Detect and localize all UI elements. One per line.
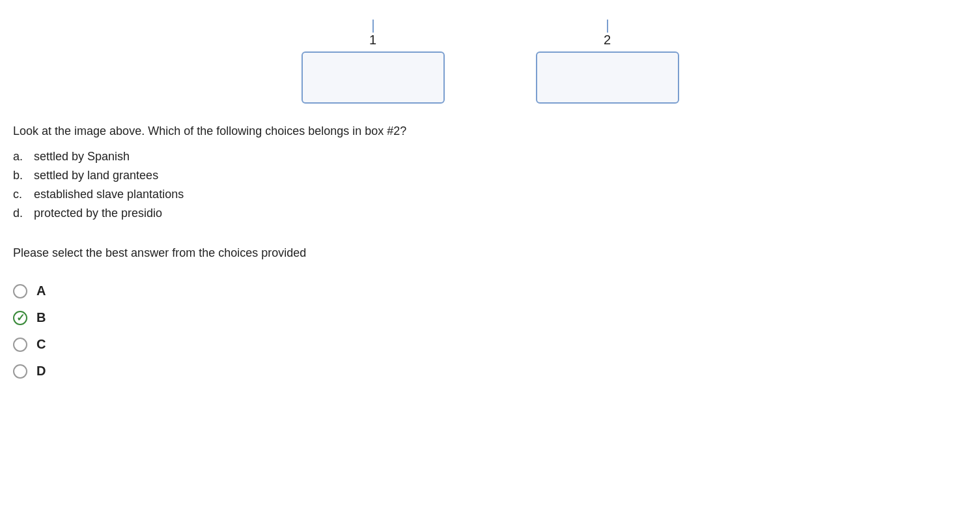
answer-option-c[interactable]: C <box>13 337 967 352</box>
connector-line-2 <box>607 20 608 33</box>
answer-option-a[interactable]: A <box>13 283 967 298</box>
choice-c: c. established slave plantations <box>13 188 967 201</box>
answer-option-b[interactable]: ✓ B <box>13 310 967 325</box>
box1-label: 1 <box>369 33 376 48</box>
answer-label-a: A <box>36 283 46 298</box>
choice-d-letter: d. <box>13 207 29 220</box>
radio-b[interactable]: ✓ <box>13 311 27 325</box>
diagram-area: 1 2 <box>13 13 967 104</box>
box1-container: 1 <box>301 20 445 104</box>
box2-container: 2 <box>536 20 679 104</box>
choice-b: b. settled by land grantees <box>13 169 967 182</box>
prompt-text: Please select the best answer from the c… <box>13 246 967 260</box>
choice-c-letter: c. <box>13 188 29 201</box>
choice-d: d. protected by the presidio <box>13 207 967 220</box>
choice-a-text: settled by Spanish <box>34 150 130 164</box>
box2-label: 2 <box>604 33 611 48</box>
radio-a[interactable] <box>13 284 27 298</box>
answer-label-d: D <box>36 364 46 379</box>
radio-d[interactable] <box>13 364 27 379</box>
choice-a-letter: a. <box>13 150 29 164</box>
box2 <box>536 51 679 104</box>
answer-label-c: C <box>36 337 46 352</box>
choice-b-text: settled by land grantees <box>34 169 158 182</box>
question-text: Look at the image above. Which of the fo… <box>13 124 599 138</box>
answer-option-d[interactable]: D <box>13 364 967 379</box>
answer-label-b: B <box>36 310 46 325</box>
choice-b-letter: b. <box>13 169 29 182</box>
answer-options: A ✓ B C D <box>13 283 967 379</box>
choice-a: a. settled by Spanish <box>13 150 967 164</box>
radio-c[interactable] <box>13 338 27 352</box>
checkmark-b: ✓ <box>16 313 25 323</box>
choices-list: a. settled by Spanish b. settled by land… <box>13 150 967 220</box>
connector-line-1 <box>372 20 374 33</box>
choice-d-text: protected by the presidio <box>34 207 162 220</box>
choice-c-text: established slave plantations <box>34 188 184 201</box>
box1 <box>301 51 445 104</box>
